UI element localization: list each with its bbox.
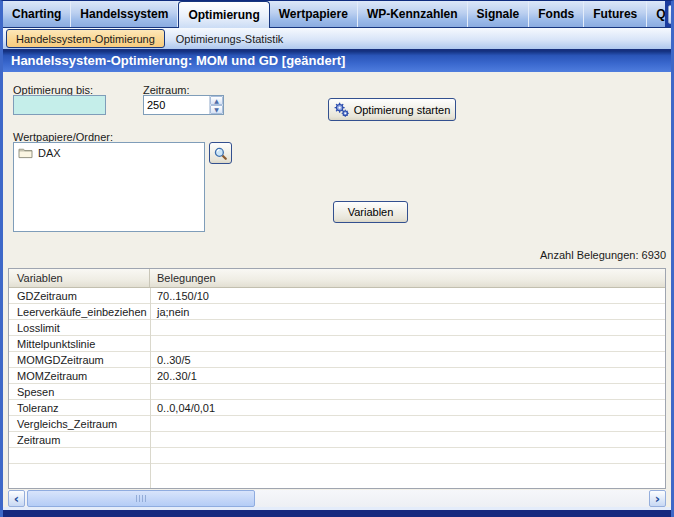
spin-down-icon: ▼ — [214, 107, 219, 113]
scroll-right-arrow-button[interactable]: › — [649, 490, 666, 507]
zeitraum-input[interactable] — [144, 96, 209, 114]
subtab-optimierungs-statistik[interactable]: Optimierungs-Statistik — [165, 33, 295, 45]
app-window: Charting Handelssystem Optimierung Wertp… — [0, 0, 674, 517]
grid-header: Variablen Belegungen — [9, 269, 665, 288]
optimierung-bis-input[interactable] — [13, 95, 106, 115]
table-row[interactable]: GDZeitraum70..150/10 — [9, 288, 665, 304]
scrollbar-thumb[interactable] — [27, 490, 255, 507]
spin-up-icon: ▲ — [214, 98, 219, 104]
zeitraum-spin-buttons: ▲ ▼ — [209, 96, 223, 114]
anzahl-belegungen-status: Anzahl Belegungen: 6930 — [540, 249, 666, 261]
optimierung-starten-button[interactable]: Optimierung starten — [328, 98, 456, 121]
subtab-handelssystem-optimierung[interactable]: Handelssystem-Optimierung — [6, 29, 165, 48]
column-header-variablen[interactable]: Variablen — [9, 269, 150, 287]
tab-handelssystem[interactable]: Handelssystem — [71, 1, 178, 27]
window-frame-bottom — [3, 510, 671, 517]
tab-optimierung[interactable]: Optimierung — [178, 1, 269, 28]
list-item-dax[interactable]: DAX — [14, 143, 204, 162]
table-row[interactable]: MOMZeitraum20..30/1 — [9, 368, 665, 384]
variablen-button-label: Variablen — [348, 206, 394, 218]
list-item-label: DAX — [38, 147, 61, 159]
variablen-button[interactable]: Variablen — [333, 201, 408, 223]
tab-scroll-buttons: ◄ ► — [665, 1, 674, 27]
search-magnifier-icon — [213, 146, 228, 161]
table-row[interactable]: Toleranz0..0,04/0,01 — [9, 400, 665, 416]
content-area: Optimierung bis: Zeitraum: ▲ ▼ — [3, 72, 671, 507]
table-row-empty[interactable] — [9, 448, 665, 464]
tab-signale[interactable]: Signale — [468, 1, 530, 27]
spin-down-button[interactable]: ▼ — [210, 105, 223, 114]
scrollbar-right-icon: › — [655, 492, 660, 505]
tab-quantitativ[interactable]: Quantitati — [647, 1, 665, 27]
table-row[interactable]: Losslimit — [9, 320, 665, 336]
horizontal-scrollbar[interactable]: ‹ › — [8, 490, 666, 507]
tab-wp-kennzahlen[interactable]: WP-Kennzahlen — [358, 1, 468, 27]
search-wertpapiere-button[interactable] — [209, 142, 232, 164]
column-divider[interactable] — [150, 269, 151, 488]
table-row[interactable]: Spesen — [9, 384, 665, 400]
main-tab-bar: Charting Handelssystem Optimierung Wertp… — [3, 1, 671, 28]
variables-grid: Variablen Belegungen GDZeitraum70..150/1… — [8, 268, 666, 489]
sub-tab-bar: Handelssystem-Optimierung Optimierungs-S… — [3, 28, 671, 51]
tab-wertpapiere[interactable]: Wertpapiere — [270, 1, 358, 27]
table-row[interactable]: MOMGDZeitraum0..30/5 — [9, 352, 665, 368]
table-row[interactable]: Vergleichs_Zeitraum — [9, 416, 665, 432]
scroll-left-arrow-button[interactable]: ‹ — [8, 490, 25, 507]
spin-up-button[interactable]: ▲ — [210, 96, 223, 105]
folder-icon — [18, 146, 33, 159]
tab-fonds[interactable]: Fonds — [529, 1, 584, 27]
tab-charting[interactable]: Charting — [3, 1, 71, 27]
table-row[interactable]: Leerverkäufe_einbeziehenja;nein — [9, 304, 665, 320]
table-row[interactable]: Mittelpunktslinie — [9, 336, 665, 352]
table-row[interactable]: Zeitraum — [9, 432, 665, 448]
optimierung-starten-label: Optimierung starten — [354, 104, 451, 116]
tab-scroll-left-button[interactable]: ◄ — [668, 5, 674, 24]
column-header-belegungen[interactable]: Belegungen — [150, 272, 665, 284]
tab-futures[interactable]: Futures — [584, 1, 647, 27]
page-title: Handelssystem-Optimierung: MOM und GD [g… — [3, 51, 671, 72]
scrollbar-left-icon: ‹ — [14, 492, 19, 505]
optimize-gears-icon — [334, 102, 349, 117]
zeitraum-spinner: ▲ ▼ — [143, 95, 224, 115]
wertpapiere-listbox[interactable]: DAX — [13, 142, 205, 232]
scrollbar-grip-icon — [136, 495, 147, 502]
